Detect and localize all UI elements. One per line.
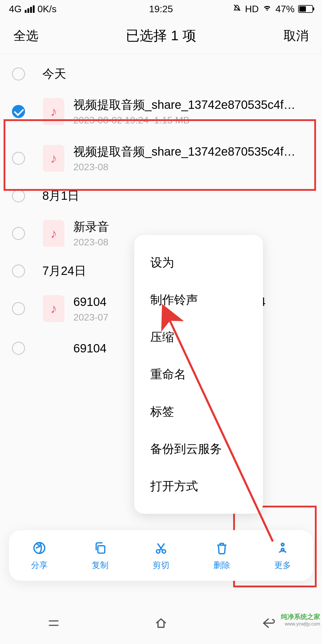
section-checkbox[interactable] <box>12 67 25 80</box>
recent-apps-button[interactable] <box>45 615 62 631</box>
share-icon <box>31 540 47 556</box>
back-button[interactable] <box>260 615 277 631</box>
music-file-icon <box>43 145 64 172</box>
copy-label: 复制 <box>92 560 109 571</box>
file-checkbox[interactable] <box>12 302 25 315</box>
cancel-button[interactable]: 取消 <box>284 27 309 44</box>
menu-make-ringtone[interactable]: 制作铃声 <box>134 281 263 318</box>
file-name: 视频提取音频_share_13742e870535c4f… <box>73 97 310 112</box>
file-checkbox[interactable] <box>12 227 25 240</box>
clock: 19:25 <box>149 4 173 15</box>
svg-point-1 <box>34 543 45 553</box>
music-file-icon <box>43 98 64 125</box>
file-checkbox-checked[interactable] <box>12 105 25 118</box>
more-button[interactable]: 更多 <box>252 540 313 571</box>
cut-label: 剪切 <box>153 560 169 571</box>
music-file-icon <box>43 220 64 247</box>
more-label: 更多 <box>274 560 291 571</box>
svg-rect-2 <box>98 546 105 553</box>
file-row[interactable]: 视频提取音频_share_13742e870535c4f… 2023-08-02… <box>0 88 322 135</box>
hd-label: HD <box>245 4 259 15</box>
delete-label: 删除 <box>213 560 230 571</box>
menu-rename[interactable]: 重命名 <box>134 356 263 393</box>
network-speed: 0K/s <box>38 4 57 15</box>
signal-icon <box>25 5 35 13</box>
file-checkbox[interactable] <box>12 152 25 165</box>
more-icon <box>275 540 291 556</box>
watermark: 纯净系统之家 www.ycwjtjy.com <box>281 613 320 627</box>
delete-icon <box>214 540 230 556</box>
file-meta: 2023-08 <box>73 162 310 173</box>
cut-icon <box>153 540 169 556</box>
mute-icon <box>233 3 242 15</box>
section-checkbox[interactable] <box>12 189 25 202</box>
home-button[interactable] <box>153 615 169 631</box>
section-header-aug1[interactable]: 8月1日 <box>0 182 322 210</box>
share-button[interactable]: 分享 <box>9 540 70 571</box>
share-label: 分享 <box>31 560 48 571</box>
svg-point-4 <box>162 550 166 553</box>
svg-point-5 <box>281 543 284 546</box>
context-menu: 设为 制作铃声 压缩 重命名 标签 备份到云服务 打开方式 <box>134 235 263 514</box>
delete-button[interactable]: 删除 <box>191 540 252 571</box>
wifi-icon <box>262 3 272 15</box>
copy-button[interactable]: 复制 <box>70 540 131 571</box>
file-row[interactable]: 视频提取音频_share_13742e870535c4f… 2023-08 <box>0 135 322 182</box>
system-nav-bar <box>0 602 322 644</box>
action-bar: 分享 复制 剪切 删除 更多 <box>9 530 313 581</box>
battery-percent: 47% <box>275 4 295 15</box>
section-title: 8月1日 <box>42 188 80 204</box>
select-all-button[interactable]: 全选 <box>13 27 38 44</box>
file-meta: 2023-08-02 19:24 1.15 MB <box>73 115 310 126</box>
cut-button[interactable]: 剪切 <box>131 540 191 571</box>
menu-compress[interactable]: 压缩 <box>134 318 263 356</box>
file-checkbox[interactable] <box>12 342 25 355</box>
section-header-today[interactable]: 今天 <box>0 60 322 88</box>
battery-icon <box>298 5 313 13</box>
section-title: 7月24日 <box>42 263 86 279</box>
page-title: 已选择 1 项 <box>126 27 196 45</box>
status-bar: 4G 0K/s 19:25 HD 47% <box>0 0 322 18</box>
menu-backup-cloud[interactable]: 备份到云服务 <box>134 430 263 467</box>
selection-header: 全选 已选择 1 项 取消 <box>0 18 322 54</box>
menu-tag[interactable]: 标签 <box>134 393 263 430</box>
section-checkbox[interactable] <box>12 264 25 278</box>
network-type: 4G <box>9 4 22 15</box>
copy-icon <box>92 540 108 556</box>
file-name: 视频提取音频_share_13742e870535c4f… <box>73 144 310 159</box>
menu-open-with[interactable]: 打开方式 <box>134 467 263 505</box>
menu-set-as[interactable]: 设为 <box>134 244 263 281</box>
svg-point-3 <box>157 550 160 553</box>
section-title: 今天 <box>42 66 66 82</box>
file-name: 新录音 <box>73 219 310 234</box>
music-file-icon <box>43 295 64 322</box>
